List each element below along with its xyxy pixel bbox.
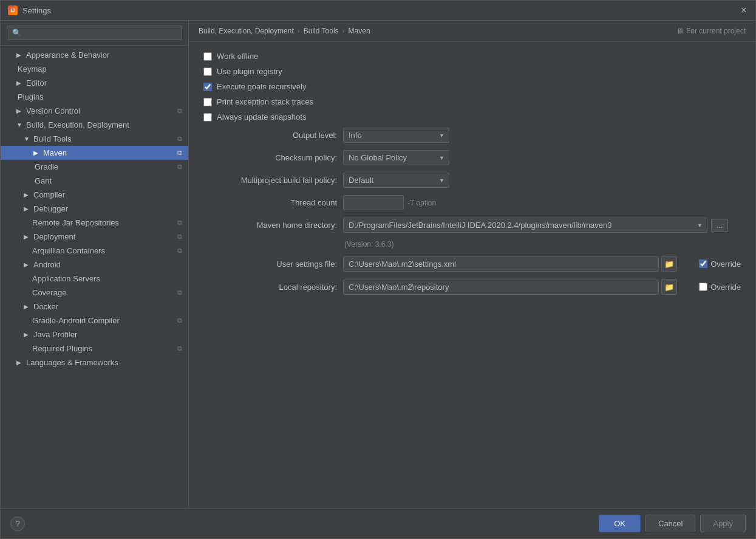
copy-icon: ⧉ [177, 163, 182, 171]
always-update-checkbox[interactable] [203, 113, 212, 122]
sidebar-item-deployment[interactable]: ▶ Deployment ⧉ [1, 230, 188, 244]
sidebar-item-gradle-android[interactable]: Gradle-Android Compiler ⧉ [1, 314, 188, 328]
sidebar-item-label: Keymap [18, 64, 47, 74]
use-plugin-registry-checkbox[interactable] [203, 67, 212, 76]
breadcrumb-item-3: Maven [349, 27, 370, 35]
sidebar-item-gant[interactable]: Gant [1, 174, 188, 188]
multiproject-policy-row: Multiproject build fail policy: Default … [203, 173, 741, 188]
user-settings-input[interactable] [343, 256, 659, 272]
local-repository-input-wrapper: 📁 [343, 279, 695, 295]
sidebar-item-build-exec-deploy[interactable]: ▼ Build, Execution, Deployment [1, 118, 188, 132]
checkbox-row-execute-goals: Execute goals recursively [203, 82, 741, 91]
sidebar-item-required-plugins[interactable]: Required Plugins ⧉ [1, 342, 188, 355]
local-repository-override-checkbox[interactable] [699, 283, 707, 291]
sidebar-item-arquillian[interactable]: Arquillian Containers ⧉ [1, 244, 188, 258]
expand-arrow: ▶ [24, 303, 31, 310]
expand-arrow: ▶ [24, 261, 31, 268]
title-bar-left: IJ Settings [8, 5, 51, 15]
content-area: ▶ Appearance & Behavior Keymap ▶ Editor … [1, 21, 755, 508]
use-plugin-registry-label[interactable]: Use plugin registry [217, 67, 282, 76]
cancel-button[interactable]: Cancel [645, 515, 695, 532]
maven-home-browse-button[interactable]: ... [711, 219, 728, 232]
sidebar-item-app-servers[interactable]: Application Servers [1, 272, 188, 286]
print-exception-checkbox[interactable] [203, 98, 212, 106]
user-settings-override-label[interactable]: Override [710, 259, 741, 269]
thread-count-input[interactable] [343, 195, 404, 210]
sidebar-item-gradle[interactable]: Gradle ⧉ [1, 160, 188, 174]
sidebar-item-remote-jar[interactable]: Remote Jar Repositories ⧉ [1, 216, 188, 230]
multiproject-policy-select[interactable]: Default Fail At End Never Fail Fail Fast [343, 173, 449, 188]
maven-home-select-wrapper: D:/ProgramFiles/JetBrains/IntelliJ IDEA … [343, 218, 707, 233]
local-repository-control: 📁 Override [343, 279, 741, 295]
local-repository-browse-button[interactable]: 📁 [661, 279, 677, 295]
work-offline-checkbox[interactable] [203, 52, 212, 61]
output-level-control: Info Debug Warning Error [343, 128, 741, 143]
sidebar-item-android[interactable]: ▶ Android [1, 258, 188, 272]
sidebar-item-editor[interactable]: ▶ Editor [1, 76, 188, 90]
output-level-select[interactable]: Info Debug Warning Error [343, 128, 449, 143]
sidebar-item-label: Java Profiler [33, 330, 77, 339]
sidebar-item-coverage[interactable]: Coverage ⧉ [1, 286, 188, 300]
sidebar-item-version-control[interactable]: ▶ Version Control ⧉ [1, 104, 188, 118]
sidebar-item-build-tools[interactable]: ▼ Build Tools ⧉ [1, 132, 188, 146]
sidebar-item-keymap[interactable]: Keymap [1, 62, 188, 76]
sidebar-item-debugger[interactable]: ▶ Debugger [1, 202, 188, 216]
print-exception-label[interactable]: Print exception stack traces [217, 97, 313, 106]
local-repository-label: Local repository: [203, 283, 337, 292]
sidebar-item-plugins[interactable]: Plugins [1, 90, 188, 104]
apply-button[interactable]: Apply [700, 515, 746, 532]
ok-button[interactable]: OK [599, 515, 641, 532]
checksum-policy-select[interactable]: No Global Policy Fail Warn Ignore [343, 150, 449, 165]
local-repository-override-label[interactable]: Override [710, 283, 741, 292]
expand-arrow: ▶ [24, 191, 31, 198]
sidebar-item-maven[interactable]: ▶ Maven ⧉ [1, 146, 188, 160]
user-settings-row: User settings file: 📁 Override [203, 256, 741, 272]
checksum-policy-label: Checksum policy: [203, 153, 337, 162]
local-repository-input[interactable] [343, 280, 659, 295]
multiproject-policy-control: Default Fail At End Never Fail Fail Fast [343, 173, 741, 188]
expand-arrow: ▼ [16, 122, 24, 128]
sidebar-item-compiler[interactable]: ▶ Compiler [1, 188, 188, 202]
always-update-label[interactable]: Always update snapshots [217, 112, 306, 122]
copy-icon: ⧉ [177, 219, 182, 227]
user-settings-label: User settings file: [203, 259, 337, 269]
project-icon: 🖥 [676, 27, 684, 35]
execute-goals-label[interactable]: Execute goals recursively [217, 82, 306, 91]
expand-arrow: ▶ [33, 149, 41, 156]
user-settings-browse-button[interactable]: 📁 [661, 256, 677, 272]
expand-arrow: ▼ [24, 136, 31, 142]
copy-icon: ⧉ [177, 135, 182, 143]
help-button[interactable]: ? [10, 517, 25, 531]
action-buttons: OK Cancel Apply [599, 515, 746, 532]
thread-count-label: Thread count [203, 198, 337, 207]
checksum-policy-control: No Global Policy Fail Warn Ignore [343, 150, 741, 165]
sidebar-item-label: Build, Execution, Deployment [26, 120, 129, 129]
sidebar-item-appearance[interactable]: ▶ Appearance & Behavior [1, 48, 188, 62]
settings-content: Work offline Use plugin registry Execute… [189, 42, 755, 508]
sidebar-item-languages[interactable]: ▶ Languages & Frameworks [1, 355, 188, 369]
multiproject-policy-label: Multiproject build fail policy: [203, 176, 337, 185]
work-offline-label[interactable]: Work offline [217, 52, 258, 61]
sidebar-item-docker[interactable]: ▶ Docker [1, 300, 188, 314]
copy-icon: ⧉ [177, 289, 182, 297]
checkbox-row-print-exception: Print exception stack traces [203, 97, 741, 106]
maven-home-row: Maven home directory: D:/ProgramFiles/Je… [203, 218, 741, 233]
execute-goals-checkbox[interactable] [203, 83, 212, 91]
copy-icon: ⧉ [177, 107, 182, 115]
settings-dialog: IJ Settings × ▶ Appearance & Behavior Ke… [0, 0, 756, 539]
expand-arrow: ▶ [16, 80, 24, 86]
sidebar-item-java-profiler[interactable]: ▶ Java Profiler [1, 328, 188, 342]
thread-count-control: -T option [343, 195, 741, 210]
for-project-label: For current project [686, 27, 746, 35]
breadcrumb-bar: Build, Execution, Deployment › Build Too… [189, 21, 755, 42]
output-level-select-wrapper: Info Debug Warning Error [343, 128, 449, 143]
sidebar-item-label: Docker [33, 302, 58, 311]
user-settings-input-wrapper: 📁 [343, 256, 695, 272]
search-input[interactable] [7, 26, 182, 40]
copy-icon: ⧉ [177, 149, 182, 157]
user-settings-override-checkbox[interactable] [699, 259, 707, 268]
checkbox-row-plugin-registry: Use plugin registry [203, 67, 741, 76]
app-icon: IJ [8, 5, 18, 15]
close-button[interactable]: × [740, 6, 748, 15]
maven-home-select[interactable]: D:/ProgramFiles/JetBrains/IntelliJ IDEA … [343, 218, 707, 233]
